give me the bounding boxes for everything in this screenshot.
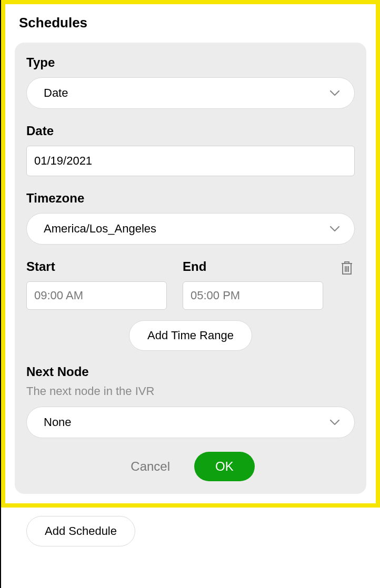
type-label: Type [26, 55, 355, 70]
end-label: End [183, 259, 323, 274]
date-input[interactable]: 01/19/2021 [26, 146, 355, 176]
type-field: Type Date [26, 55, 355, 109]
chevron-down-icon [329, 223, 341, 235]
trash-icon [340, 260, 354, 277]
next-node-field: Next Node The next node in the IVR None [26, 364, 355, 438]
end-time-input[interactable]: 05:00 PM [183, 281, 323, 310]
highlighted-schedule-panel: Schedules Type Date Date 01/19/2021 [1, 0, 380, 508]
start-time-input[interactable]: 09:00 AM [26, 281, 167, 310]
next-node-value: None [44, 415, 72, 429]
date-value: 01/19/2021 [34, 154, 92, 168]
chevron-down-icon [329, 417, 341, 428]
ok-button[interactable]: OK [194, 452, 255, 481]
type-select[interactable]: Date [26, 77, 355, 109]
schedules-title: Schedules [15, 15, 366, 31]
next-node-select[interactable]: None [26, 407, 355, 438]
add-time-range-button[interactable]: Add Time Range [129, 320, 252, 351]
next-node-label: Next Node [26, 364, 355, 379]
timezone-field: Timezone America/Los_Angeles [26, 191, 355, 245]
end-time-value: 05:00 PM [191, 289, 240, 302]
cancel-button[interactable]: Cancel [126, 456, 174, 477]
type-select-value: Date [44, 86, 68, 100]
chevron-down-icon [329, 87, 341, 99]
schedule-card: Type Date Date 01/19/2021 Timezone [15, 43, 366, 494]
end-time-field: End 05:00 PM [183, 259, 323, 310]
time-range-row: Start 09:00 AM End 05:00 PM [26, 259, 355, 310]
start-time-value: 09:00 AM [34, 289, 83, 302]
timezone-value: America/Los_Angeles [44, 222, 156, 236]
next-node-helper: The next node in the IVR [26, 384, 355, 398]
action-row: Cancel OK [26, 452, 355, 481]
start-time-field: Start 09:00 AM [26, 259, 167, 310]
delete-time-range-button[interactable] [339, 259, 355, 277]
add-schedule-button[interactable]: Add Schedule [26, 516, 135, 546]
timezone-select[interactable]: America/Los_Angeles [26, 213, 355, 245]
start-label: Start [26, 259, 167, 274]
date-field: Date 01/19/2021 [26, 124, 355, 176]
timezone-label: Timezone [26, 191, 355, 206]
date-label: Date [26, 124, 355, 138]
